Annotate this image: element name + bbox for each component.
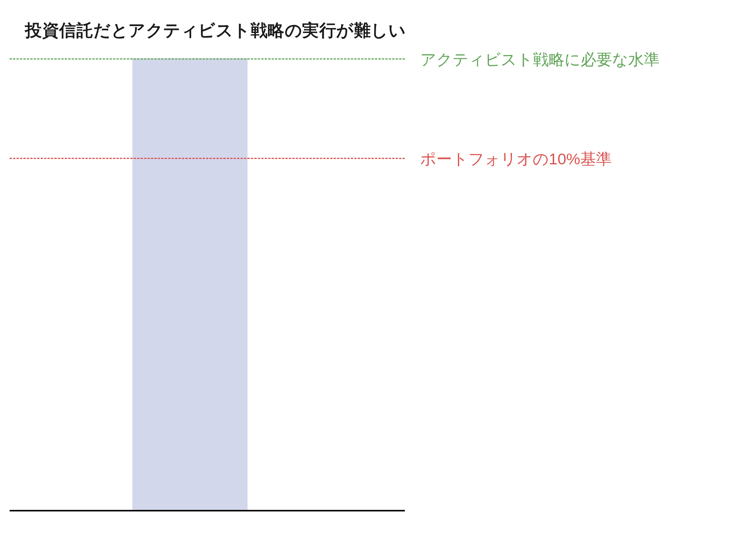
portfolio-threshold-line [10,158,405,159]
portfolio-threshold-label: ポートフォリオの10%基準 [420,149,612,170]
activist-threshold-line [10,58,405,60]
chart-title: 投資信託だとアクティビスト戦略の実行が難しい [25,19,406,42]
chart-plot-area [10,58,405,514]
activist-threshold-label: アクティビスト戦略に必要な水準 [420,49,660,70]
chart-bar [132,58,248,511]
x-axis [10,510,405,511]
